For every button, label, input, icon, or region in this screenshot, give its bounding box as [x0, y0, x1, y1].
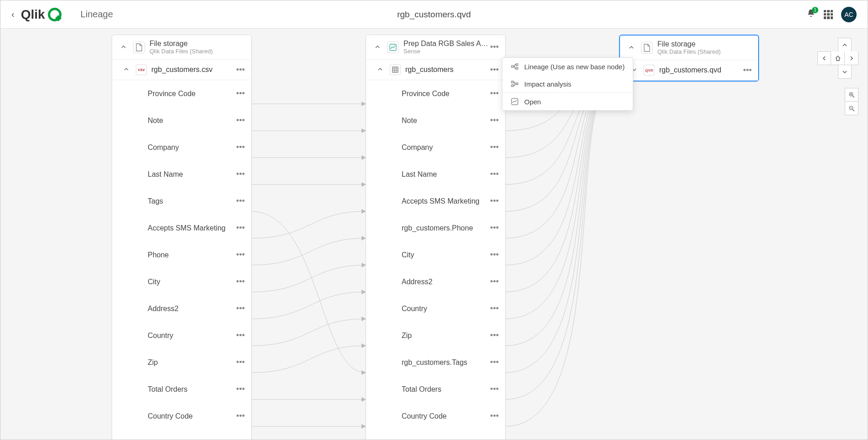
field-menu-button[interactable]: •••	[490, 358, 499, 367]
field-menu-button[interactable]: •••	[490, 169, 499, 179]
field-menu-button[interactable]: •••	[490, 277, 499, 287]
nav-right-button[interactable]	[845, 51, 858, 65]
collapse-toggle[interactable]	[119, 44, 129, 51]
field-label: Country	[119, 332, 236, 340]
field-row[interactable]: City•••	[366, 241, 505, 268]
field-menu-button[interactable]: •••	[236, 223, 245, 233]
field-row[interactable]: Company•••	[366, 134, 505, 161]
collapse-toggle[interactable]	[375, 66, 385, 73]
node-file-row[interactable]: QVD rgb_customers.qvd •••	[620, 60, 758, 81]
node-title: Prep Data RGB Sales A…	[403, 40, 490, 48]
field-row[interactable]: Last Name•••	[366, 161, 505, 188]
field-menu-button[interactable]: •••	[236, 116, 245, 125]
field-menu-button[interactable]: •••	[236, 143, 245, 152]
zoom-controls	[845, 88, 858, 115]
field-row[interactable]: Province Code•••	[112, 80, 251, 107]
field-menu-button[interactable]: •••	[236, 304, 245, 313]
nav-home-button[interactable]	[831, 51, 845, 65]
field-menu-button[interactable]: •••	[490, 250, 499, 260]
field-row[interactable]: Country•••	[366, 295, 505, 322]
field-menu-button[interactable]: •••	[236, 169, 245, 179]
field-row[interactable]: Total Spent•••	[366, 430, 505, 440]
node-file-row[interactable]: csv rgb_customers.csv •••	[112, 60, 251, 80]
field-menu-button[interactable]: •••	[236, 358, 245, 367]
field-row[interactable]: Total Orders•••	[112, 376, 251, 403]
field-menu-button[interactable]: •••	[236, 277, 245, 287]
nav-down-button[interactable]	[838, 65, 852, 79]
topbar-right: 1 AC	[806, 7, 857, 22]
menu-item-impact[interactable]: Impact analysis	[502, 75, 633, 92]
field-menu-button[interactable]: •••	[490, 89, 499, 98]
field-menu-button[interactable]: •••	[236, 89, 245, 98]
field-menu-button[interactable]: •••	[490, 143, 499, 152]
menu-item-lineage[interactable]: Lineage (Use as new base node)	[502, 58, 633, 75]
field-menu-button[interactable]: •••	[490, 438, 499, 440]
field-row[interactable]: Total Orders•••	[366, 376, 505, 403]
field-row[interactable]: Accepts SMS Marketing•••	[366, 188, 505, 215]
collapse-toggle[interactable]	[372, 44, 382, 51]
field-menu-button[interactable]: •••	[490, 196, 499, 206]
node-menu-button[interactable]: •••	[490, 42, 499, 52]
nav-controls	[817, 38, 858, 79]
nav-up-button[interactable]	[838, 38, 852, 51]
field-row[interactable]: Address2•••	[366, 268, 505, 295]
node-file-storage-target[interactable]: File storage Qlik Data Files (Shared) QV…	[619, 35, 759, 82]
field-row[interactable]: Zip•••	[112, 349, 251, 376]
field-menu-button[interactable]: •••	[236, 331, 245, 340]
field-row[interactable]: Last Name•••	[112, 161, 251, 188]
field-label: Accepts SMS Marketing	[119, 224, 236, 232]
field-menu-button[interactable]: •••	[236, 196, 245, 206]
field-menu-button[interactable]: •••	[490, 411, 499, 421]
notifications-button[interactable]: 1	[806, 9, 816, 20]
field-row[interactable]: Tags•••	[112, 188, 251, 215]
user-avatar[interactable]: AC	[841, 7, 857, 22]
field-row[interactable]: Country Code•••	[366, 403, 505, 430]
svg-rect-4	[516, 67, 518, 69]
field-menu-button[interactable]: •••	[490, 384, 499, 394]
app-launcher-button[interactable]	[824, 10, 833, 19]
field-row[interactable]: rgb_customers.Tags•••	[366, 349, 505, 376]
field-row[interactable]: Total Spent•••	[112, 430, 251, 440]
field-menu-button[interactable]: •••	[490, 223, 499, 233]
field-menu-button[interactable]: •••	[236, 250, 245, 260]
field-menu-button[interactable]: •••	[490, 304, 499, 313]
field-row[interactable]: Country Code•••	[112, 403, 251, 430]
row-menu-button[interactable]: •••	[743, 66, 752, 75]
field-menu-button[interactable]: •••	[236, 438, 245, 440]
row-menu-button[interactable]: •••	[236, 65, 245, 75]
field-menu-button[interactable]: •••	[236, 384, 245, 394]
field-row[interactable]: Country•••	[112, 322, 251, 349]
field-row[interactable]: Phone•••	[112, 241, 251, 268]
file-icon	[133, 41, 145, 53]
field-row[interactable]: City•••	[112, 268, 251, 295]
field-menu-button[interactable]: •••	[490, 331, 499, 340]
menu-item-open[interactable]: Open	[502, 92, 633, 110]
field-row[interactable]: Zip•••	[366, 322, 505, 349]
page-label: Lineage	[81, 9, 113, 20]
field-row[interactable]: Company•••	[112, 134, 251, 161]
field-row[interactable]: Province Code•••	[366, 80, 505, 107]
nav-left-button[interactable]	[817, 51, 831, 65]
back-button[interactable]: ‹	[11, 9, 15, 20]
field-label: Note	[119, 117, 236, 125]
field-label: Accepts SMS Marketing	[372, 197, 490, 205]
field-menu-button[interactable]: •••	[490, 116, 499, 125]
field-row[interactable]: Note•••	[112, 107, 251, 134]
field-row[interactable]: Accepts SMS Marketing•••	[112, 215, 251, 241]
field-label: City	[372, 251, 490, 259]
field-row[interactable]: rgb_customers.Phone•••	[366, 215, 505, 241]
collapse-toggle[interactable]	[626, 44, 636, 51]
field-label: Country Code	[372, 412, 490, 420]
field-row[interactable]: Note•••	[366, 107, 505, 134]
row-menu-button[interactable]: •••	[490, 65, 499, 75]
node-file-storage-source[interactable]: File storage Qlik Data Files (Shared) cs…	[112, 35, 252, 440]
zoom-in-button[interactable]	[845, 88, 858, 102]
node-file-row[interactable]: rgb_customers •••	[366, 60, 505, 80]
collapse-toggle[interactable]	[121, 66, 131, 73]
lineage-canvas[interactable]: File storage Qlik Data Files (Shared) cs…	[0, 29, 868, 440]
field-menu-button[interactable]: •••	[236, 411, 245, 421]
node-prep-data[interactable]: Prep Data RGB Sales A… Sense ••• rgb_cus…	[366, 35, 506, 440]
field-row[interactable]: Address2•••	[112, 295, 251, 322]
field-label: Company	[372, 143, 490, 152]
zoom-out-button[interactable]	[845, 102, 858, 115]
